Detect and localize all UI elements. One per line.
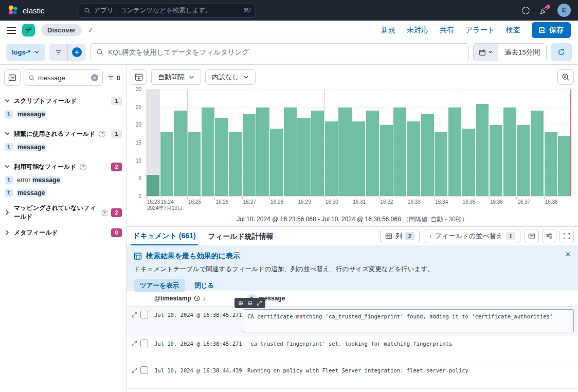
focused-cell[interactable]: CA certificate matching 'ca_trusted_fing…: [243, 309, 574, 332]
display-options-button[interactable]: [542, 229, 556, 243]
filter-for-value-icon[interactable]: ⊕: [238, 298, 243, 308]
histogram-bar[interactable]: [448, 108, 461, 197]
histogram-bar[interactable]: [215, 118, 228, 196]
clear-search-icon[interactable]: ✕: [91, 74, 98, 81]
field-item[interactable]: tmessage: [4, 108, 122, 120]
expand-cell-icon[interactable]: ⤢: [257, 298, 262, 308]
histogram-bar[interactable]: [462, 129, 475, 196]
histogram-bar[interactable]: [531, 111, 544, 196]
field-section-header[interactable]: 頻繁に使用されるフィールド?1: [4, 127, 122, 140]
guided-setup-icon[interactable]: [521, 6, 530, 15]
refresh-button[interactable]: [551, 43, 572, 61]
expand-document-icon[interactable]: ⤢: [132, 340, 137, 347]
user-avatar[interactable]: E: [557, 4, 571, 17]
time-picker-calendar-button[interactable]: [474, 44, 498, 61]
row-checkbox[interactable]: [140, 340, 148, 347]
nav-link[interactable]: 共有: [440, 26, 454, 35]
histogram-bar[interactable]: [325, 121, 338, 196]
row-checkbox[interactable]: [140, 311, 148, 318]
histogram-bar[interactable]: [147, 175, 159, 196]
histogram-bar[interactable]: [256, 108, 269, 197]
edit-visualization-button[interactable]: [557, 69, 574, 85]
histogram-bar[interactable]: [558, 136, 571, 196]
sort-descending-icon[interactable]: ↓: [203, 295, 206, 302]
tab-field-statistics[interactable]: フィールド統計情報: [206, 228, 276, 245]
field-filter-button[interactable]: 0: [106, 74, 122, 82]
nav-link[interactable]: 未対応: [407, 26, 428, 35]
table-row[interactable]: ⤢Jul 10, 2024 @ 16:38:44.439Running on p…: [127, 362, 578, 388]
info-icon[interactable]: ?: [102, 209, 107, 216]
histogram-bar[interactable]: [490, 125, 502, 196]
histogram-bar[interactable]: [503, 108, 516, 197]
histogram-bar[interactable]: [270, 129, 283, 196]
field-item[interactable]: tmessage: [4, 140, 122, 153]
kql-query-input[interactable]: [108, 48, 463, 56]
info-icon[interactable]: ?: [99, 131, 105, 137]
time-interval-dropdown[interactable]: 自動間隔: [151, 69, 201, 85]
filter-out-value-icon[interactable]: ⊖: [247, 298, 252, 308]
tab-documents[interactable]: ドキュメント (661): [131, 227, 198, 245]
histogram-bar[interactable]: [338, 108, 351, 197]
news-feed-icon[interactable]: [539, 6, 548, 15]
close-icon[interactable]: ✕: [565, 251, 571, 258]
histogram-bar[interactable]: [311, 111, 324, 196]
sort-fields-button[interactable]: ↕ フィールドの並べ替え 1: [424, 229, 520, 243]
histogram-bar[interactable]: [243, 114, 256, 196]
row-checkbox[interactable]: [140, 366, 148, 374]
collapse-sidebar-button[interactable]: [4, 69, 21, 86]
histogram-bar[interactable]: [393, 108, 406, 197]
histogram-bar[interactable]: [229, 132, 242, 196]
space-avatar[interactable]: デ: [22, 24, 35, 37]
columns-button[interactable]: 列 2: [380, 229, 420, 243]
message-cell[interactable]: 'ca_trusted_fingerprint' set, looking fo…: [243, 335, 578, 347]
elastic-brand[interactable]: elastic: [7, 5, 45, 16]
histogram-bar[interactable]: [284, 108, 297, 197]
nav-link[interactable]: アラート: [465, 26, 495, 35]
timestamp-cell[interactable]: Jul 10, 2024 @ 16:38:45.271: [154, 335, 243, 347]
histogram-bar[interactable]: [517, 125, 530, 196]
hide-chart-button[interactable]: [131, 69, 147, 85]
histogram-chart[interactable]: 051015202530 16:232024年7月10日16:2416:2516…: [131, 87, 574, 213]
histogram-bar[interactable]: [407, 121, 420, 196]
expand-document-icon[interactable]: ⤢: [132, 311, 137, 318]
field-item[interactable]: tmessage: [4, 186, 122, 199]
message-cell[interactable]: CA certificate matching 'ca_trusted_fing…: [243, 307, 578, 332]
timestamp-cell[interactable]: Jul 10, 2024 @ 16:38:44.439: [154, 362, 243, 373]
breadcrumb[interactable]: Discover: [41, 24, 82, 36]
message-cell[interactable]: Running on policy with Fleet Server inte…: [243, 362, 578, 373]
message-column-header[interactable]: t message: [243, 294, 578, 302]
histogram-bar[interactable]: [476, 104, 489, 196]
fullscreen-button[interactable]: [559, 229, 574, 243]
field-section-header[interactable]: スクリプトフィールド1: [4, 94, 122, 108]
histogram-bar[interactable]: [297, 118, 310, 196]
histogram-bar[interactable]: [188, 132, 201, 196]
global-search-input[interactable]: [94, 7, 240, 14]
histogram-bar[interactable]: [435, 132, 447, 196]
field-section-header[interactable]: メタフィールド0: [4, 226, 122, 239]
info-icon[interactable]: ?: [80, 164, 86, 170]
histogram-bar[interactable]: [174, 111, 187, 196]
field-item[interactable]: terror.message: [4, 173, 122, 186]
add-filter-button[interactable]: [68, 44, 86, 61]
timestamp-column-header[interactable]: @timestamp ↓: [154, 295, 243, 302]
field-section-header[interactable]: マッピングされていないフィールド?2: [4, 206, 122, 219]
histogram-bar[interactable]: [352, 121, 365, 196]
menu-icon[interactable]: [7, 27, 16, 34]
breakdown-dropdown[interactable]: 内訳なし: [205, 69, 256, 85]
histogram-bar[interactable]: [160, 132, 173, 196]
table-row[interactable]: ⤢Jul 10, 2024 @ 16:38:43.261Jul 10 16:38…: [127, 388, 578, 392]
save-button[interactable]: 保存: [532, 22, 571, 38]
field-search-input[interactable]: [38, 74, 88, 82]
row-height-button[interactable]: [525, 229, 539, 243]
message-cell[interactable]: Jul 10 16:38:43 kagoya-a10 NetworkManage…: [243, 389, 578, 392]
global-search[interactable]: ⌘/: [79, 4, 256, 17]
histogram-bar[interactable]: [545, 132, 557, 196]
nav-link[interactable]: 新規: [381, 26, 395, 35]
time-range-label[interactable]: 過去15分間: [498, 44, 546, 61]
dismiss-link[interactable]: 閉じる: [194, 281, 214, 290]
filter-menu-button[interactable]: [49, 44, 67, 61]
histogram-bar[interactable]: [366, 111, 379, 196]
check-icon[interactable]: ✓: [88, 26, 94, 34]
data-view-picker[interactable]: logs-*: [6, 44, 45, 61]
table-row[interactable]: ⤢Jul 10, 2024 @ 16:38:45.271CA certifica…: [127, 306, 578, 335]
